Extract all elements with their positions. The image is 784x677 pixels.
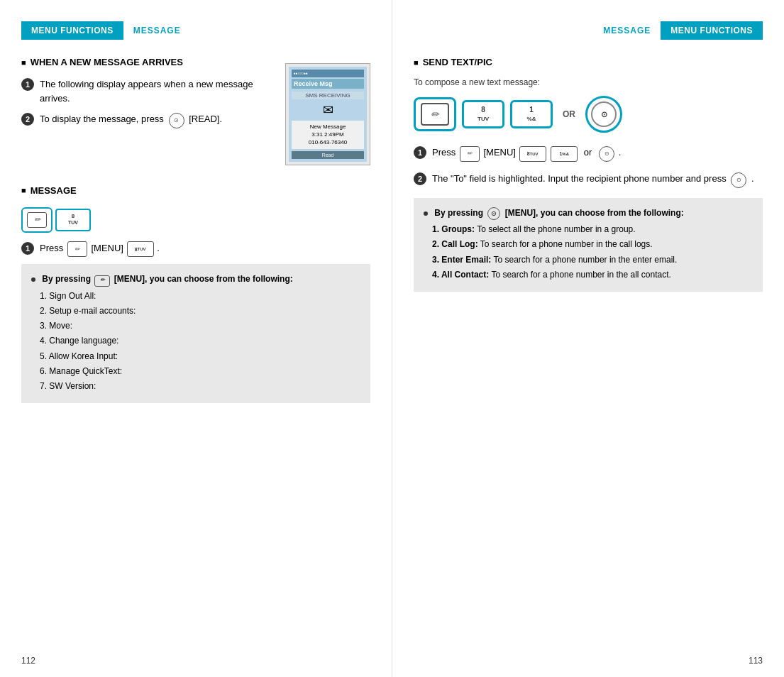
info-box-header: By pressing ✏ [MENU], you can choose fro… — [31, 273, 360, 286]
left-menu-functions-btn: MENU FUNCTIONS — [21, 21, 123, 40]
new-message-label: New Message — [294, 123, 362, 131]
message-time: 3:31 2:49PM — [294, 131, 362, 138]
large-tuv8-label: 8TUV — [477, 106, 489, 123]
send-info-label-4: 4. All Contact: — [432, 270, 489, 280]
read-circle-icon: ⊙ — [169, 113, 184, 128]
send-step-number-2: 2 — [414, 172, 426, 185]
pencil-button: ✏ — [21, 207, 53, 233]
tuv8-label: 8TUV — [68, 214, 78, 226]
left-message-label: MESSAGE — [123, 21, 191, 40]
send-info-label-2: 2. Call Log: — [432, 239, 478, 249]
left-header: MENU FUNCTIONS MESSAGE — [21, 21, 370, 40]
message-step-number-1: 1 — [21, 242, 34, 255]
right-page: MENU FUNCTIONS MESSAGE SEND TEXT/PIC To … — [392, 0, 784, 677]
send-inline-circle: ⊙ — [599, 146, 614, 162]
send-btn-group: ✏ 8TUV 1%& OR ⊙ — [414, 96, 763, 133]
info-box-items: 1. Sign Out All: 2. Setup e-mail account… — [40, 290, 360, 393]
step2-text: To display the message, press ⊙ [READ]. — [40, 112, 222, 128]
message-info-box: By pressing ✏ [MENU], you can choose fro… — [21, 264, 370, 403]
send-info-text-1: To select all the phone number in a grou… — [477, 224, 635, 234]
send-info-item-2: 2. Call Log: To search for a phone numbe… — [432, 238, 753, 251]
send-bullet-dot-icon — [424, 211, 428, 216]
large-pencil-icon: ✏ — [421, 103, 449, 126]
info-item-5: 5. Allow Korea Input: — [40, 350, 360, 363]
phone-screen-mockup: ▪▪▫▫▫▪▪ Receive Msg SMS RECEIVING ✉ New … — [285, 63, 370, 165]
info-item-6: 6. Manage QuickText: — [40, 365, 360, 378]
send-subtitle: To compose a new text message: — [414, 77, 763, 87]
send-info-bullet: By pressing — [434, 208, 483, 218]
info-bullet-middle: [MENU], you can choose from the followin… — [114, 274, 293, 284]
step-number-1: 1 — [21, 78, 34, 91]
send-inline-tuv8: 8TUV — [519, 146, 546, 162]
read-btn: Read — [292, 151, 364, 159]
pencil-icon: ✏ — [27, 212, 47, 228]
send-step1-menu: [MENU] — [483, 147, 516, 158]
info-item-4: 4. Change language: — [40, 334, 360, 348]
phone-screen-text: New Message 3:31 2:49PM 010-643-76340 — [292, 121, 364, 149]
info-item-7: 7. SW Version: — [40, 380, 360, 393]
phone-bar-icons: ▪▪▫▫▫▪▪ — [294, 70, 308, 77]
send-step1-period: . — [619, 147, 622, 158]
send-info-text-2: To search for a phone number in the call… — [480, 239, 653, 249]
send-inline-num98: 1%& — [551, 146, 578, 162]
step2: 2 To display the message, press ⊙ [READ]… — [21, 112, 278, 128]
phone-screen-title: Receive Msg — [292, 79, 364, 89]
step2-circle-icon: ⊙ — [731, 172, 746, 188]
section-send-title: SEND TEXT/PIC — [414, 57, 763, 67]
step1-menu-label: [MENU] — [91, 243, 123, 253]
send-step1-press: Press — [432, 147, 456, 158]
send-info-item-3: 3. Enter Email: To search for a phone nu… — [432, 253, 753, 267]
step1-period: . — [157, 243, 160, 253]
step2-prefix: To display the message, press — [40, 114, 164, 124]
send-info-box: By pressing ⊙ [MENU], you can choose fro… — [414, 198, 763, 292]
section1-content: ▪▪▫▫▫▪▪ Receive Msg SMS RECEIVING ✉ New … — [21, 77, 370, 165]
send-info-text-4: To search for a phone number in the all … — [491, 270, 670, 280]
section-when-message-arrives: WHEN A NEW MESSAGE ARRIVES ▪▪▫▫▫▪▪ Recei… — [21, 57, 370, 165]
page-container: MENU FUNCTIONS MESSAGE WHEN A NEW MESSAG… — [0, 0, 784, 677]
send-info-items: 1. Groups: To select all the phone numbe… — [432, 223, 753, 282]
step1: 1 The following display appears when a n… — [21, 77, 278, 105]
section-send-text: SEND TEXT/PIC To compose a new text mess… — [414, 57, 763, 292]
tuv8-button: 8TUV — [55, 209, 91, 231]
message-number: 010-643-76340 — [294, 138, 362, 146]
info-inline-pencil: ✏ — [94, 275, 110, 287]
inline-pencil-icon: ✏ — [67, 241, 87, 257]
large-num98-label: 1%& — [527, 106, 536, 123]
inline-tuv-icon: 8TUV — [127, 241, 154, 257]
large-circle-icon: ⊙ — [591, 101, 617, 127]
large-tuv8-btn: 8TUV — [462, 100, 504, 128]
send-step2: 2 The "To" field is highlighted. Input t… — [414, 172, 763, 188]
large-num98-btn: 1%& — [510, 100, 553, 128]
send-step1: 1 Press ✏ [MENU] 8TUV 1%& or ⊙ . — [414, 145, 763, 162]
section-message: MESSAGE ✏ 8TUV 1 Press ✏ [MENU] 8TUV . — [21, 185, 370, 404]
step1-press: Press — [40, 243, 63, 253]
send-step-number-1: 1 — [414, 146, 426, 159]
send-info-item-1: 1. Groups: To select all the phone numbe… — [432, 223, 753, 236]
send-info-header: By pressing ⊙ [MENU], you can choose fro… — [424, 207, 753, 220]
step2-suffix: [READ]. — [189, 114, 222, 124]
left-page-number: 112 — [21, 656, 35, 666]
message-btn-icons: ✏ 8TUV — [21, 207, 370, 233]
message-step1-text: Press ✏ [MENU] 8TUV . — [40, 241, 160, 258]
right-header: MENU FUNCTIONS MESSAGE — [414, 21, 763, 40]
send-inline-pencil: ✏ — [460, 146, 480, 162]
step2-desc: The "To" field is highlighted. Input the… — [432, 173, 727, 184]
info-bullet-text: By pressing — [42, 274, 91, 284]
bullet-dot-icon — [31, 277, 35, 282]
send-step1-or: or — [584, 147, 592, 158]
phone-bar: ▪▪▫▫▫▪▪ — [292, 70, 364, 77]
right-menu-functions-btn: MENU FUNCTIONS — [661, 21, 763, 40]
send-step1-text: Press ✏ [MENU] 8TUV 1%& or ⊙ . — [432, 145, 621, 162]
send-info-middle: [MENU], you can choose from the followin… — [505, 208, 684, 218]
info-item-3: 3. Move: — [40, 319, 360, 333]
large-pencil-btn: ✏ — [414, 97, 456, 131]
message-step1: 1 Press ✏ [MENU] 8TUV . — [21, 241, 370, 258]
right-page-number: 113 — [749, 656, 763, 666]
send-info-label-3: 3. Enter Email: — [432, 255, 491, 265]
right-message-label: MESSAGE — [593, 21, 661, 40]
send-info-circle-icon: ⊙ — [487, 207, 500, 220]
send-info-item-4: 4. All Contact: To search for a phone nu… — [432, 268, 753, 282]
step1-text: The following display appears when a new… — [40, 77, 278, 105]
step2-period: . — [751, 173, 754, 184]
section2-title: MESSAGE — [21, 185, 370, 196]
